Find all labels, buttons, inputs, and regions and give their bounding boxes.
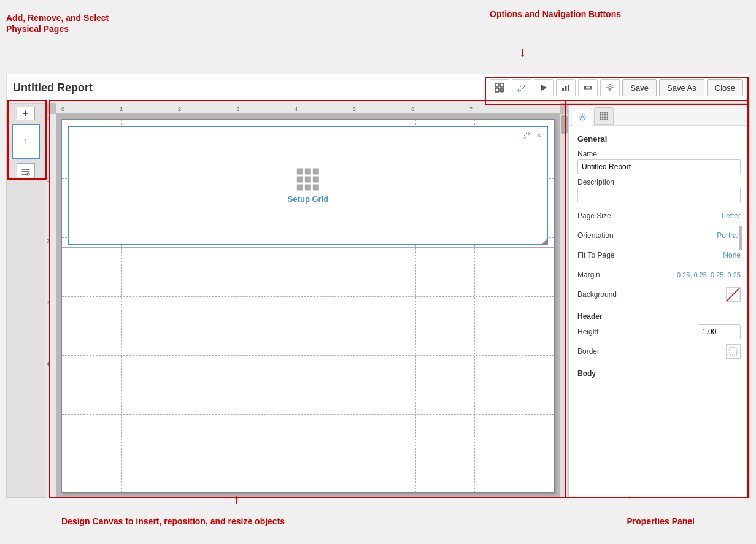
svg-marker-6 <box>541 85 547 91</box>
play-icon-btn[interactable] <box>534 79 554 96</box>
ruler-tick-6: 6 <box>411 106 414 112</box>
annotation-top-left: Add, Remove, and SelectPhysical Pages <box>6 12 109 34</box>
name-label: Name <box>577 150 741 158</box>
description-input[interactable] <box>577 188 741 202</box>
annotation-arrow-bottom-right: ↑ <box>627 491 633 507</box>
ruler-left: 0 1 2 3 4 <box>45 114 56 498</box>
page-settings-button[interactable] <box>17 163 35 180</box>
page-thumbnail-1[interactable]: 1 <box>12 124 40 159</box>
svg-rect-0 <box>495 83 499 87</box>
svg-rect-17 <box>600 112 608 120</box>
svg-rect-24 <box>730 348 737 355</box>
header-bar: Untitled Report <box>6 74 750 102</box>
orientation-row: Orientation Portrait <box>577 228 741 243</box>
props-tab-table[interactable] <box>594 107 614 125</box>
page-header-section: × Set <box>68 126 548 245</box>
report-title: Untitled Report <box>13 82 93 94</box>
svg-point-16 <box>581 116 584 118</box>
canvas-area: 0 1 2 3 4 5 6 7 0 1 2 3 4 <box>45 103 568 498</box>
ruler-tick-left-3: 3 <box>47 299 50 305</box>
chart-icon-btn[interactable] <box>556 79 576 96</box>
close-button[interactable]: Close <box>707 79 743 96</box>
height-label: Height <box>577 328 627 336</box>
annotation-bottom-right: Properties Panel <box>627 516 695 527</box>
ruler-tick-5: 5 <box>353 106 356 112</box>
setup-grid-icon <box>297 168 319 190</box>
margin-label: Margin <box>577 270 627 279</box>
section-close-btn[interactable]: × <box>533 129 544 140</box>
page-size-value: Letter <box>722 212 741 220</box>
add-page-button[interactable]: + <box>17 107 35 120</box>
grid-dot <box>313 176 319 182</box>
canvas-scrollbar[interactable] <box>560 114 568 498</box>
orientation-value: Portrait <box>717 231 741 240</box>
svg-rect-1 <box>500 83 504 87</box>
divider-2 <box>577 364 741 364</box>
svg-rect-7 <box>562 88 564 91</box>
svg-rect-9 <box>568 85 569 91</box>
header-section-title: Header <box>577 312 741 321</box>
section-edit-btn[interactable] <box>521 129 532 140</box>
height-input[interactable] <box>698 324 741 339</box>
ruler-tick-left-2: 2 <box>47 238 50 244</box>
fit-to-page-label: Fit To Page <box>577 251 627 259</box>
general-section-title: General <box>577 134 741 144</box>
props-tabs <box>569 104 749 126</box>
page-body-area <box>68 248 548 486</box>
ruler-tick-2: 2 <box>178 106 181 112</box>
page-canvas: × Set <box>61 119 555 493</box>
grid-dot <box>305 168 311 174</box>
divider-1 <box>577 307 741 307</box>
name-input[interactable] <box>577 159 741 174</box>
toolbar-right: Save Save As Close <box>490 79 743 96</box>
grid-dot <box>313 168 319 174</box>
save-button[interactable]: Save <box>622 79 657 96</box>
edit-icon-btn[interactable] <box>512 79 531 96</box>
svg-rect-8 <box>565 86 567 91</box>
props-content: General Name Description Page Size Lette… <box>569 126 749 497</box>
annotation-bottom-left: Design Canvas to insert, reposition, and… <box>61 516 285 527</box>
arrows-icon-btn[interactable] <box>578 79 598 96</box>
props-tab-gear[interactable] <box>573 109 592 126</box>
section-resize-handle[interactable] <box>541 238 547 244</box>
ruler-top: 0 1 2 3 4 5 6 7 <box>56 103 560 114</box>
ruler-tick-left-0: 0 <box>47 115 50 121</box>
background-row: Background <box>577 287 741 302</box>
description-label: Description <box>577 178 741 186</box>
group-icon-btn[interactable] <box>490 79 509 96</box>
orientation-label: Orientation <box>577 231 627 240</box>
ruler-tick-left-4: 4 <box>47 361 50 367</box>
content-area: + 1 0 1 2 3 4 5 6 7 0 1 2 3 4 <box>6 103 750 498</box>
properties-panel: General Name Description Page Size Lette… <box>568 103 750 498</box>
props-scrollbar-thumb <box>739 226 742 250</box>
annotation-arrow-top-right: ↓ <box>519 44 526 60</box>
ruler-tick-left-1: 1 <box>47 177 50 183</box>
margin-row: Margin 0.25, 0.25, 0.25, 0.25 <box>577 267 741 282</box>
ruler-tick-4: 4 <box>295 106 298 112</box>
props-scrollbar[interactable] <box>738 226 743 410</box>
setup-grid-area[interactable]: Setup Grid <box>288 168 328 203</box>
border-row: Border <box>577 344 741 359</box>
name-row: Name <box>577 150 741 174</box>
grid-dot <box>305 184 311 190</box>
fit-to-page-row: Fit To Page None <box>577 248 741 262</box>
setup-grid-label: Setup Grid <box>288 194 328 203</box>
border-label: Border <box>577 347 627 356</box>
svg-point-13 <box>609 86 611 89</box>
grid-dot <box>297 184 303 190</box>
grid-dot <box>313 184 319 190</box>
grid-dot <box>297 176 303 182</box>
page-size-label: Page Size <box>577 212 627 220</box>
grid-dot <box>305 176 311 182</box>
ruler-tick-7: 7 <box>469 106 472 112</box>
scrollbar-thumb <box>561 115 568 134</box>
save-as-button[interactable]: Save As <box>659 79 704 96</box>
ruler-tick-1: 1 <box>120 106 123 112</box>
pages-panel: + 1 <box>6 103 45 498</box>
ruler-tick-3: 3 <box>236 106 239 112</box>
body-section-title: Body <box>577 369 741 378</box>
grid-dot <box>297 168 303 174</box>
gear-icon-btn[interactable] <box>600 79 620 96</box>
canvas-content: × Set <box>56 114 560 498</box>
annotation-arrow-bottom-left: ↑ <box>233 491 240 507</box>
